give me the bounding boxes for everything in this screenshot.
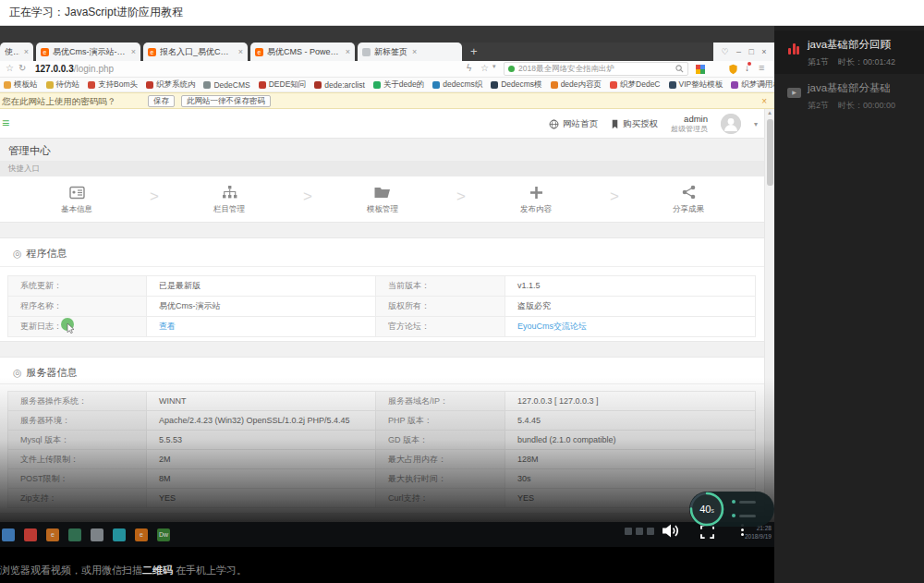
user-role: 超级管理员 [671, 125, 708, 133]
tab-close-icon[interactable]: × [24, 47, 29, 56]
reload-icon[interactable]: ↻ [18, 63, 26, 73]
skip-option[interactable] [732, 514, 756, 517]
bookmark-item[interactable]: 织梦DedeC [610, 79, 660, 91]
sidebar-toggle-icon[interactable]: ≡ [2, 116, 9, 129]
site-home-link[interactable]: 网站首页 [549, 118, 598, 130]
bookmark-item[interactable]: 待仿站 [46, 79, 80, 91]
row-value[interactable]: v1.1.5 [505, 276, 755, 296]
sitemap-icon [174, 183, 285, 201]
chapter-item[interactable]: ▶ java基础部分基础 第2节 时长：00:00:00 [774, 74, 924, 117]
bookmark-item[interactable]: 模板站 [4, 79, 38, 91]
row-value[interactable]: EyouCms交流论坛 [505, 317, 755, 336]
download-icon[interactable]: ↓ [745, 63, 749, 73]
browser-toolbar: ☆ ↻ 127.0.0.3/login.php ϟ ☆ ▾ 2018最全网络安全… [0, 61, 774, 78]
tab-close-icon[interactable]: × [131, 47, 136, 56]
bookmark-favicon [551, 81, 558, 89]
bookmark-item[interactable]: Dedecms模 [491, 79, 541, 91]
tab-close-icon[interactable]: × [346, 47, 350, 56]
fullscreen-icon[interactable] [700, 525, 714, 539]
mouse-cursor-icon [67, 323, 75, 334]
new-tab-button[interactable]: + [470, 43, 478, 61]
tray-date: 2018/9/19 [745, 533, 772, 541]
favorite-window-icon[interactable]: ♡ [721, 47, 728, 56]
row-value[interactable]: 查看 [147, 317, 376, 336]
plus-icon [480, 183, 591, 201]
maximize-icon[interactable]: □ [748, 47, 753, 56]
window-controls: ♡ – □ × [713, 43, 774, 61]
row-value[interactable]: 盗版必究 [505, 297, 755, 316]
progress-ring-icon [689, 492, 724, 527]
bookmark-favicon [669, 81, 676, 89]
apps-grid-icon[interactable] [696, 65, 705, 74]
favorites-star-icon[interactable]: ☆ [480, 63, 489, 73]
never-save-password-button[interactable]: 此网站一律不保存密码 [181, 95, 271, 107]
bookmark-favicon [314, 81, 322, 89]
bookmark-star-icon[interactable]: ☆ [6, 63, 14, 73]
step-basic-info[interactable]: 基本信息 [21, 183, 132, 215]
step-share-results[interactable]: 分享成果 [633, 183, 744, 215]
bookmark-item[interactable]: 织梦调用相 [731, 79, 774, 91]
system-clock: 21:28 2018/9/19 [745, 525, 772, 541]
close-bar-icon[interactable]: × [761, 94, 767, 109]
volume-icon[interactable] [662, 523, 682, 539]
bookmark-item[interactable]: 织梦系统内 [146, 79, 196, 91]
bookmark-label: DEDE知问 [269, 79, 307, 91]
bookmark-favicon [88, 81, 95, 89]
bookmark-label: DedeCMS [213, 80, 249, 90]
scroll-up-icon[interactable]: ▲ [767, 110, 772, 115]
address-bar[interactable]: 127.0.0.3/login.php [35, 64, 114, 74]
browser-tab-partial[interactable]: 使用过 × [0, 43, 33, 61]
security-shield-icon[interactable] [728, 64, 738, 75]
tray-icon [625, 528, 632, 535]
browser-tab[interactable]: 新标签页 × [358, 43, 462, 61]
cursor-highlight [61, 318, 74, 331]
chevron-down-icon[interactable]: ▾ [492, 63, 496, 70]
minimize-icon[interactable]: – [736, 47, 741, 56]
browser-tab[interactable]: e 易优Cms-演示站-易优CMS企业 × [36, 43, 140, 61]
url-host: 127.0.0.3 [35, 64, 74, 74]
program-info-table: 系统更新： 已是最新版 当前版本： v1.1.5 程序名称： 易优Cms-演示站… [7, 275, 756, 337]
skip-widget[interactable]: 40s [689, 492, 774, 527]
step-category-manage[interactable]: 栏目管理 [174, 183, 285, 215]
buy-license-link[interactable]: 购买授权 [611, 118, 658, 130]
bookmark-item[interactable]: dedecms织 [432, 79, 482, 91]
tab-favicon: e [41, 48, 49, 56]
bookmark-favicon [203, 81, 211, 89]
skip-badge[interactable]: 40s [691, 493, 723, 525]
tab-favicon: e [148, 48, 156, 56]
bookmark-item[interactable]: DEDE知问 [259, 79, 307, 91]
bookmark-item[interactable]: dede内容页 [551, 79, 602, 91]
bookmark-item[interactable]: dede:arclist [314, 80, 364, 90]
tab-close-icon[interactable]: × [412, 47, 417, 56]
tab-favicon: e [255, 48, 263, 56]
bookmark-item[interactable]: DedeCMS [203, 80, 249, 90]
tab-close-icon[interactable]: × [238, 47, 243, 56]
user-caret-icon[interactable]: ▾ [754, 120, 758, 128]
taskbar-app-icon: Dw [157, 528, 170, 541]
step-publish-content[interactable]: 发布内容 [480, 183, 591, 215]
save-password-button[interactable]: 保存 [148, 95, 175, 107]
bookmarks-overflow-icon[interactable]: » [761, 79, 766, 89]
browser-search-box[interactable]: 2018最全网络安全指南出炉 [504, 62, 688, 76]
browser-tab[interactable]: e 易优CMS - Powered by Eyoucms × [250, 43, 355, 61]
row-value[interactable]: 易优Cms-演示站 [147, 297, 376, 316]
search-icon[interactable] [675, 65, 684, 73]
avatar[interactable] [721, 114, 741, 134]
lightning-icon[interactable]: ϟ [467, 63, 471, 73]
password-save-bar: 您在此网站上使用的密码吗？ 保存 此网站一律不保存密码 × [0, 92, 774, 109]
program-info-panel: ◎程序信息 系统更新： 已是最新版 当前版本： v1.1.5 程序名称： 易优C… [0, 237, 765, 342]
user-info[interactable]: admin 超级管理员 [671, 115, 708, 133]
close-window-icon[interactable]: × [761, 47, 766, 56]
menu-icon[interactable]: ≡ [759, 62, 764, 73]
step-template-manage[interactable]: 模板管理 [327, 183, 438, 215]
chapter-duration: 时长：00:01:42 [838, 56, 895, 68]
chapter-item-current[interactable]: java基础部分回顾 第1节 时长：00:01:42 [774, 30, 924, 74]
skip-option[interactable] [732, 500, 756, 504]
video-player[interactable]: 使用过 × e 易优Cms-演示站-易优CMS企业 × e 报名入口_易优Cms… [0, 26, 774, 556]
bookmark-item[interactable]: 支持Bom头 [88, 79, 138, 91]
bookmark-item[interactable]: 关于dede的 [373, 79, 424, 91]
browser-tab[interactable]: e 报名入口_易优Cms-演示站 × [143, 43, 248, 61]
bookmark-item[interactable]: VIP整站模板 [669, 79, 723, 91]
row-value[interactable]: 已是最新版 [147, 276, 376, 296]
scrollbar-thumb[interactable] [767, 119, 773, 186]
